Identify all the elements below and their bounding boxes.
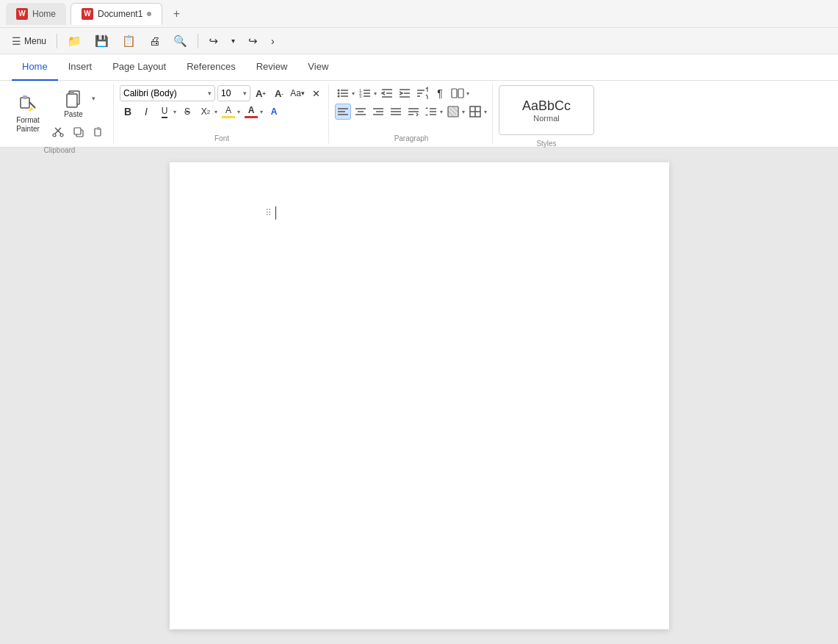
bullets-dropdown[interactable]: ▾ xyxy=(351,90,355,97)
tab-review[interactable]: Review xyxy=(246,54,298,81)
highlight-dropdown[interactable]: ▾ xyxy=(236,109,241,115)
borders-dropdown[interactable]: ▾ xyxy=(483,109,488,115)
borders-button[interactable] xyxy=(467,104,483,120)
justify-button[interactable] xyxy=(388,104,404,120)
paste-top: Paste ▾ xyxy=(59,85,98,121)
font-grow-button[interactable]: A+ xyxy=(253,85,269,101)
highlight-button[interactable]: A xyxy=(220,104,236,120)
columns-button[interactable] xyxy=(449,85,466,101)
document-modified-dot xyxy=(147,12,151,16)
distributed-icon xyxy=(407,105,420,118)
svg-rect-0 xyxy=(21,98,29,108)
shading-dropdown[interactable]: ▾ xyxy=(461,109,466,115)
open-icon: 📁 xyxy=(68,35,82,48)
tab-home[interactable]: Home xyxy=(12,54,58,81)
borders-group: ▾ xyxy=(467,104,488,120)
line-spacing-button[interactable] xyxy=(423,104,439,120)
font-row-2: B I U ▾ S X2 ▾ xyxy=(120,104,282,120)
superscript-button[interactable]: X2 xyxy=(198,104,214,120)
undo-dropdown-button[interactable]: ▾ xyxy=(225,32,241,51)
cut-button[interactable] xyxy=(48,123,68,142)
align-right-button[interactable] xyxy=(370,104,386,120)
menu-button[interactable]: ☰ Menu xyxy=(6,32,52,51)
paste-icon xyxy=(63,88,84,109)
svg-rect-6 xyxy=(70,91,74,94)
font-shrink-button[interactable]: A- xyxy=(271,85,287,101)
paste-dropdown-button[interactable]: ▾ xyxy=(88,95,98,112)
align-center-button[interactable] xyxy=(353,104,369,120)
clipboard-group: FormatPainter Paste ▾ xyxy=(6,84,114,144)
shading-button[interactable] xyxy=(445,104,461,120)
more-actions-button[interactable]: › xyxy=(265,32,281,51)
copy-icon xyxy=(73,126,84,138)
open-file-button[interactable]: 📁 xyxy=(62,32,87,51)
columns-icon xyxy=(451,87,464,100)
paste-button[interactable]: Paste xyxy=(59,85,88,121)
history-button[interactable]: 📋 xyxy=(116,32,142,51)
sub-sup-group: X2 ▾ xyxy=(198,104,218,120)
copy-button[interactable] xyxy=(69,123,88,142)
format-painter-button[interactable]: FormatPainter xyxy=(10,93,46,134)
sub-sup-dropdown[interactable]: ▾ xyxy=(214,109,218,115)
normal-style-label: Normal xyxy=(533,114,559,123)
columns-dropdown[interactable]: ▾ xyxy=(466,90,470,97)
redo-button[interactable]: ↪ xyxy=(242,32,264,51)
document-area[interactable]: ⠿ xyxy=(0,148,838,644)
line-spacing-dropdown[interactable]: ▾ xyxy=(439,109,444,115)
home-tab[interactable]: W Home xyxy=(6,3,66,25)
text-effect-button[interactable]: A xyxy=(266,104,282,120)
document-tab[interactable]: W Document1 xyxy=(71,3,162,25)
menu-icon: ☰ xyxy=(12,35,21,47)
show-marks-button[interactable]: ¶ xyxy=(432,85,448,101)
tab-insert[interactable]: Insert xyxy=(58,54,103,81)
bullets-button[interactable] xyxy=(335,85,351,101)
sort-button[interactable] xyxy=(414,85,430,101)
italic-button[interactable]: I xyxy=(138,104,154,120)
font-size-dropdown[interactable]: 10 ▾ xyxy=(217,85,250,101)
underline-button[interactable]: U xyxy=(156,104,173,120)
undo-dropdown-icon: ▾ xyxy=(231,37,235,45)
tab-view[interactable]: View xyxy=(297,54,339,81)
format-painter-icon xyxy=(18,93,38,114)
tab-references[interactable]: References xyxy=(176,54,245,81)
strikethrough-button[interactable]: S xyxy=(179,104,195,120)
align-center-icon xyxy=(354,105,367,118)
clipboard-group-top: FormatPainter Paste ▾ xyxy=(10,85,109,142)
align-left-button[interactable] xyxy=(335,104,351,120)
drag-handle-icon: ⠿ xyxy=(265,206,271,218)
svg-rect-36 xyxy=(452,89,457,98)
bold-button[interactable]: B xyxy=(120,104,136,120)
distributed-button[interactable] xyxy=(405,104,422,120)
normal-style-button[interactable]: AaBbCc Normal xyxy=(499,85,594,135)
numbering-button[interactable]: 1. 2. 3. xyxy=(357,85,373,101)
font-family-dropdown[interactable]: Calibri (Body) ▾ xyxy=(120,85,215,101)
format-copy-button[interactable] xyxy=(90,123,109,142)
font-color-dropdown[interactable]: ▾ xyxy=(259,109,264,115)
find-button[interactable]: 🔍 xyxy=(167,32,193,51)
menu-separator-2 xyxy=(198,34,198,48)
numbering-group: 1. 2. 3. ▾ xyxy=(357,85,378,101)
decrease-indent-button[interactable] xyxy=(379,85,395,101)
font-color-button[interactable]: A xyxy=(243,104,259,120)
increase-indent-button[interactable] xyxy=(397,85,413,101)
line-spacing-group: ▾ xyxy=(423,104,444,120)
document-page[interactable]: ⠿ xyxy=(170,162,669,629)
save-button[interactable]: 💾 xyxy=(89,32,115,51)
align-right-icon xyxy=(372,105,385,118)
new-tab-button[interactable]: + xyxy=(167,4,186,23)
tab-page-layout[interactable]: Page Layout xyxy=(102,54,176,81)
svg-rect-37 xyxy=(458,89,463,98)
undo-button[interactable]: ↩ xyxy=(203,32,224,51)
numbering-dropdown[interactable]: ▾ xyxy=(373,90,378,97)
print-button[interactable]: 🖨 xyxy=(143,32,166,51)
normal-style-preview: AaBbCc xyxy=(522,98,571,114)
svg-point-10 xyxy=(60,134,63,137)
highlight-group: A ▾ xyxy=(220,104,241,120)
clear-format-button[interactable]: ✕ xyxy=(308,85,324,101)
change-case-button[interactable]: Aa▾ xyxy=(289,85,306,101)
underline-dropdown[interactable]: ▾ xyxy=(173,109,177,115)
redo-icon: ↪ xyxy=(248,35,258,48)
home-tab-label: Home xyxy=(32,9,56,19)
shading-group: ▾ xyxy=(445,104,466,120)
para-row-2: ▾ ▾ xyxy=(335,104,488,120)
